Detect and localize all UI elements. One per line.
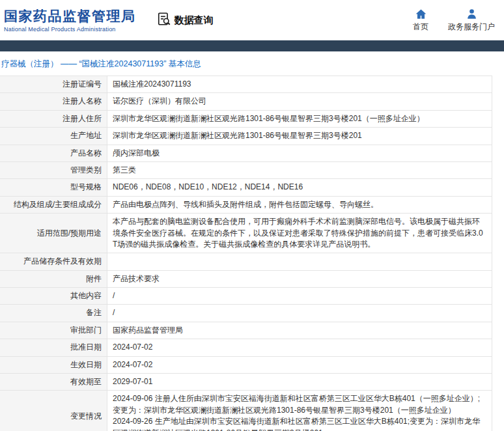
- header: 国家药品监督管理局 National Medical Products Admi…: [0, 0, 504, 40]
- row-value: 2029-07-01: [107, 374, 492, 391]
- row-label: 注册人名称: [0, 93, 107, 110]
- table-row: 附件产品技术要求: [0, 270, 492, 287]
- table-row: 其他内容/: [0, 288, 492, 305]
- row-value: 国械注准20243071193: [107, 76, 492, 93]
- row-label: 适用范围/预期用途: [0, 214, 107, 253]
- nav-item-label: 政务服务门户: [448, 21, 495, 33]
- row-label: 产品储存条件及有效期: [0, 253, 107, 270]
- nav-item-home[interactable]: 首页: [413, 8, 428, 33]
- table-row: 审批部门国家药品监督管理局: [0, 322, 492, 339]
- table-row: 有效期至2029-07-01: [0, 374, 492, 391]
- info-table-body: 注册证编号国械注准20243071193注册人名称诺尔医疗（深圳）有限公司注册人…: [0, 76, 492, 431]
- table-row: 结构及组成/主要组成成分产品由电极点阵列、导线和插头及附件组成，附件包括固定螺母…: [0, 196, 492, 213]
- nmpa-title: 国家药品监督管理局: [4, 8, 136, 24]
- row-value: 深圳市龙华区观澜街道新澜社区观光路1301-86号银星智界三期3号楼201: [107, 128, 492, 145]
- row-label: 审批部门: [0, 322, 107, 339]
- row-value: 产品由电极点阵列、导线和插头及附件组成，附件包括固定螺母、导向螺丝。: [107, 196, 492, 213]
- table-row: 生产地址深圳市龙华区观澜街道新澜社区观光路1301-86号银星智界三期3号楼20…: [0, 128, 492, 145]
- row-value: NDE06，NDE08，NDE10，NDE12，NDE14，NDE16: [107, 179, 492, 196]
- row-label: 管理类别: [0, 161, 107, 178]
- table-row: 管理类别第三类: [0, 161, 492, 178]
- row-value: 颅内深部电极: [107, 145, 492, 161]
- row-value: 本产品与配套的脑电监测设备配合使用，可用于癫痫外科手术术前监测脑深部电信号。该电…: [107, 214, 492, 253]
- navbar-strip: [0, 40, 504, 51]
- nmpa-logo: 国家药品监督管理局 National Medical Products Admi…: [4, 8, 136, 32]
- data-query-icon: [157, 12, 171, 29]
- row-value: 深圳市龙华区观澜街道新澜社区观光路1301-86号银星智界三期3号楼201（一照…: [107, 110, 492, 127]
- row-label: 其他内容: [0, 288, 107, 305]
- page: 国家药品监督管理局 National Medical Products Admi…: [0, 0, 504, 431]
- row-label: 型号规格: [0, 179, 107, 196]
- row-label: 注册证编号: [0, 76, 107, 93]
- table-row: 变更情况2024-09-06 注册人住所由深圳市宝安区福海街道新和社区富桥第三区…: [0, 391, 492, 431]
- row-label: 产品名称: [0, 145, 107, 161]
- data-query-title: 数据查询: [175, 14, 214, 27]
- table-row: 注册人名称诺尔医疗（深圳）有限公司: [0, 93, 492, 110]
- table-row: 注册人住所深圳市龙华区观澜街道新澜社区观光路1301-86号银星智界三期3号楼2…: [0, 110, 492, 127]
- table-row: 产品储存条件及有效期: [0, 253, 492, 270]
- table-row: 生效日期2024-07-02: [0, 356, 492, 373]
- row-value: 诺尔医疗（深圳）有限公司: [107, 93, 492, 110]
- row-label: 生产地址: [0, 128, 107, 145]
- row-value: /: [107, 305, 492, 322]
- table-row: 注册证编号国械注准20243071193: [0, 76, 492, 93]
- row-label: 变更情况: [0, 391, 107, 431]
- row-value: [107, 253, 492, 270]
- table-row: 批准日期2024-07-02: [0, 339, 492, 356]
- row-value: 2024-07-02: [107, 356, 492, 373]
- nmpa-subtitle: National Medical Products Administration: [4, 26, 136, 33]
- data-query-section: 数据查询: [157, 12, 214, 29]
- row-value: 2024-07-02: [107, 339, 492, 356]
- row-label: 生效日期: [0, 356, 107, 373]
- row-label: 批准日期: [0, 339, 107, 356]
- row-label: 注册人住所: [0, 110, 107, 127]
- person-icon: [466, 8, 478, 20]
- row-value: 2024-09-06 注册人住所由深圳市宝安区福海街道新和社区富桥第三区工业区华…: [107, 391, 492, 431]
- table-row: 产品名称颅内深部电极: [0, 145, 492, 161]
- row-label: 备注: [0, 305, 107, 322]
- row-label: 附件: [0, 270, 107, 287]
- breadcrumb: 疗器械（注册） —— “国械注准20243071193” 基本信息: [0, 51, 504, 76]
- row-value: 第三类: [107, 161, 492, 178]
- table-row: 备注/: [0, 305, 492, 322]
- nav-item-label: 首页: [413, 21, 428, 33]
- row-label: 有效期至: [0, 374, 107, 391]
- nav-item-portal[interactable]: 政务服务门户: [448, 8, 495, 33]
- table-row: 适用范围/预期用途本产品与配套的脑电监测设备配合使用，可用于癫痫外科手术术前监测…: [0, 214, 492, 253]
- header-nav: 首页 政务服务门户: [413, 8, 504, 33]
- row-label: 结构及组成/主要组成成分: [0, 196, 107, 213]
- home-icon: [415, 8, 427, 20]
- row-value: 产品技术要求: [107, 270, 492, 287]
- row-value: 国家药品监督管理局: [107, 322, 492, 339]
- row-value: /: [107, 288, 492, 305]
- info-table: 注册证编号国械注准20243071193注册人名称诺尔医疗（深圳）有限公司注册人…: [0, 76, 492, 431]
- table-row: 型号规格NDE06，NDE08，NDE10，NDE12，NDE14，NDE16: [0, 179, 492, 196]
